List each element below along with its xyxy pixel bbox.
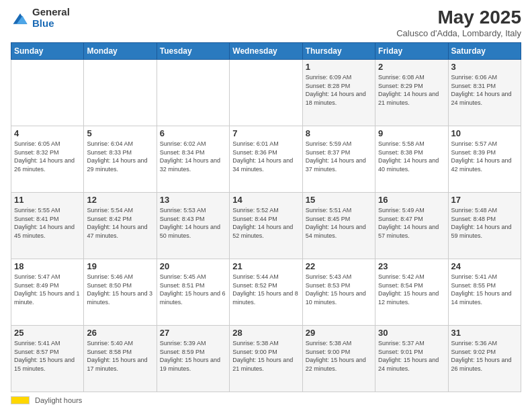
calendar-cell: 1Sunrise: 6:09 AM Sunset: 8:28 PM Daylig… xyxy=(302,60,375,126)
day-number: 3 xyxy=(451,62,518,72)
calendar-cell: 12Sunrise: 5:54 AM Sunset: 8:42 PM Dayli… xyxy=(84,193,157,259)
header-thursday: Thursday xyxy=(302,43,375,60)
logo: General Blue xyxy=(11,7,70,29)
calendar-cell: 14Sunrise: 5:52 AM Sunset: 8:44 PM Dayli… xyxy=(230,193,302,259)
day-info: Sunrise: 5:55 AM Sunset: 8:41 PM Dayligh… xyxy=(14,206,81,240)
day-info: Sunrise: 6:01 AM Sunset: 8:36 PM Dayligh… xyxy=(232,140,299,173)
calendar-cell: 19Sunrise: 5:46 AM Sunset: 8:50 PM Dayli… xyxy=(84,259,157,326)
calendar-cell: 10Sunrise: 5:57 AM Sunset: 8:39 PM Dayli… xyxy=(448,126,521,193)
calendar-cell: 27Sunrise: 5:39 AM Sunset: 8:59 PM Dayli… xyxy=(157,326,229,392)
calendar-header: SundayMondayTuesdayWednesdayThursdayFrid… xyxy=(11,43,521,60)
calendar-cell: 9Sunrise: 5:58 AM Sunset: 8:38 PM Daylig… xyxy=(375,126,448,193)
daylight-label: Daylight hours xyxy=(35,396,82,404)
day-info: Sunrise: 5:39 AM Sunset: 8:59 PM Dayligh… xyxy=(160,339,226,373)
day-number: 19 xyxy=(87,261,153,271)
calendar-cell: 15Sunrise: 5:51 AM Sunset: 8:45 PM Dayli… xyxy=(302,193,375,259)
header: General Blue May 2025 Calusco d'Adda, Lo… xyxy=(11,7,521,38)
header-monday: Monday xyxy=(84,43,157,60)
day-number: 2 xyxy=(378,62,445,72)
logo-blue: Blue xyxy=(32,18,70,30)
day-info: Sunrise: 6:05 AM Sunset: 8:32 PM Dayligh… xyxy=(14,140,81,173)
week-row-3: 11Sunrise: 5:55 AM Sunset: 8:41 PM Dayli… xyxy=(11,193,521,259)
day-info: Sunrise: 5:48 AM Sunset: 8:48 PM Dayligh… xyxy=(451,206,518,240)
day-info: Sunrise: 5:57 AM Sunset: 8:39 PM Dayligh… xyxy=(451,140,518,173)
day-number: 25 xyxy=(14,328,81,338)
calendar-cell xyxy=(84,60,157,126)
page: General Blue May 2025 Calusco d'Adda, Lo… xyxy=(0,0,532,411)
day-number: 4 xyxy=(14,128,81,138)
logo-general: General xyxy=(32,7,70,18)
day-info: Sunrise: 5:59 AM Sunset: 8:37 PM Dayligh… xyxy=(306,140,372,173)
calendar-cell: 23Sunrise: 5:42 AM Sunset: 8:54 PM Dayli… xyxy=(375,259,448,326)
day-number: 14 xyxy=(232,195,299,205)
calendar-cell: 13Sunrise: 5:53 AM Sunset: 8:43 PM Dayli… xyxy=(157,193,229,259)
day-info: Sunrise: 5:49 AM Sunset: 8:47 PM Dayligh… xyxy=(378,206,445,240)
calendar-cell: 20Sunrise: 5:45 AM Sunset: 8:51 PM Dayli… xyxy=(157,259,229,326)
calendar-cell: 7Sunrise: 6:01 AM Sunset: 8:36 PM Daylig… xyxy=(230,126,302,193)
calendar-cell: 11Sunrise: 5:55 AM Sunset: 8:41 PM Dayli… xyxy=(11,193,84,259)
calendar-cell: 2Sunrise: 6:08 AM Sunset: 8:29 PM Daylig… xyxy=(375,60,448,126)
day-info: Sunrise: 6:08 AM Sunset: 8:29 PM Dayligh… xyxy=(378,73,445,107)
calendar-cell: 28Sunrise: 5:38 AM Sunset: 9:00 PM Dayli… xyxy=(230,326,302,392)
day-number: 13 xyxy=(160,195,226,205)
day-info: Sunrise: 6:06 AM Sunset: 8:31 PM Dayligh… xyxy=(451,73,518,107)
calendar-cell xyxy=(230,60,302,126)
footer: Daylight hours xyxy=(11,396,521,404)
week-row-1: 1Sunrise: 6:09 AM Sunset: 8:28 PM Daylig… xyxy=(11,60,521,126)
calendar-cell: 4Sunrise: 6:05 AM Sunset: 8:32 PM Daylig… xyxy=(11,126,84,193)
day-info: Sunrise: 5:41 AM Sunset: 8:55 PM Dayligh… xyxy=(451,273,518,306)
calendar-cell: 21Sunrise: 5:44 AM Sunset: 8:52 PM Dayli… xyxy=(230,259,302,326)
location-subtitle: Calusco d'Adda, Lombardy, Italy xyxy=(396,28,521,38)
day-number: 7 xyxy=(232,128,299,138)
day-number: 29 xyxy=(306,328,372,338)
day-number: 31 xyxy=(451,328,518,338)
calendar-cell: 3Sunrise: 6:06 AM Sunset: 8:31 PM Daylig… xyxy=(448,60,521,126)
day-number: 20 xyxy=(160,261,226,271)
day-number: 26 xyxy=(87,328,153,338)
day-info: Sunrise: 5:54 AM Sunset: 8:42 PM Dayligh… xyxy=(87,206,153,240)
day-number: 18 xyxy=(14,261,81,271)
calendar-cell: 24Sunrise: 5:41 AM Sunset: 8:55 PM Dayli… xyxy=(448,259,521,326)
day-number: 17 xyxy=(451,195,518,205)
day-number: 16 xyxy=(378,195,445,205)
header-sunday: Sunday xyxy=(11,43,84,60)
month-title: May 2025 xyxy=(396,7,521,28)
calendar-cell: 16Sunrise: 5:49 AM Sunset: 8:47 PM Dayli… xyxy=(375,193,448,259)
week-row-5: 25Sunrise: 5:41 AM Sunset: 8:57 PM Dayli… xyxy=(11,326,521,392)
header-row: SundayMondayTuesdayWednesdayThursdayFrid… xyxy=(11,43,521,60)
day-number: 10 xyxy=(451,128,518,138)
logo-text: General Blue xyxy=(32,7,70,29)
day-info: Sunrise: 6:02 AM Sunset: 8:34 PM Dayligh… xyxy=(160,140,226,173)
week-row-4: 18Sunrise: 5:47 AM Sunset: 8:49 PM Dayli… xyxy=(11,259,521,326)
daylight-swatch xyxy=(11,396,30,404)
calendar: SundayMondayTuesdayWednesdayThursdayFrid… xyxy=(11,42,521,392)
calendar-cell: 22Sunrise: 5:43 AM Sunset: 8:53 PM Dayli… xyxy=(302,259,375,326)
calendar-cell: 8Sunrise: 5:59 AM Sunset: 8:37 PM Daylig… xyxy=(302,126,375,193)
day-info: Sunrise: 5:51 AM Sunset: 8:45 PM Dayligh… xyxy=(306,206,372,240)
day-info: Sunrise: 6:09 AM Sunset: 8:28 PM Dayligh… xyxy=(306,73,372,107)
day-number: 24 xyxy=(451,261,518,271)
header-friday: Friday xyxy=(375,43,448,60)
day-number: 23 xyxy=(378,261,445,271)
day-info: Sunrise: 5:38 AM Sunset: 9:00 PM Dayligh… xyxy=(306,339,372,373)
day-number: 8 xyxy=(306,128,372,138)
day-number: 28 xyxy=(232,328,299,338)
calendar-cell: 25Sunrise: 5:41 AM Sunset: 8:57 PM Dayli… xyxy=(11,326,84,392)
day-number: 6 xyxy=(160,128,226,138)
header-saturday: Saturday xyxy=(448,43,521,60)
day-info: Sunrise: 5:41 AM Sunset: 8:57 PM Dayligh… xyxy=(14,339,81,373)
logo-icon xyxy=(11,9,30,28)
header-wednesday: Wednesday xyxy=(230,43,302,60)
day-number: 12 xyxy=(87,195,153,205)
day-info: Sunrise: 5:45 AM Sunset: 8:51 PM Dayligh… xyxy=(160,273,226,306)
day-info: Sunrise: 5:52 AM Sunset: 8:44 PM Dayligh… xyxy=(232,206,299,240)
day-info: Sunrise: 5:47 AM Sunset: 8:49 PM Dayligh… xyxy=(14,273,81,306)
day-number: 27 xyxy=(160,328,226,338)
calendar-cell: 18Sunrise: 5:47 AM Sunset: 8:49 PM Dayli… xyxy=(11,259,84,326)
day-number: 22 xyxy=(306,261,372,271)
day-number: 5 xyxy=(87,128,153,138)
day-info: Sunrise: 6:04 AM Sunset: 8:33 PM Dayligh… xyxy=(87,140,153,173)
day-info: Sunrise: 5:38 AM Sunset: 9:00 PM Dayligh… xyxy=(232,339,299,373)
calendar-body: 1Sunrise: 6:09 AM Sunset: 8:28 PM Daylig… xyxy=(11,60,521,392)
calendar-cell xyxy=(11,60,84,126)
